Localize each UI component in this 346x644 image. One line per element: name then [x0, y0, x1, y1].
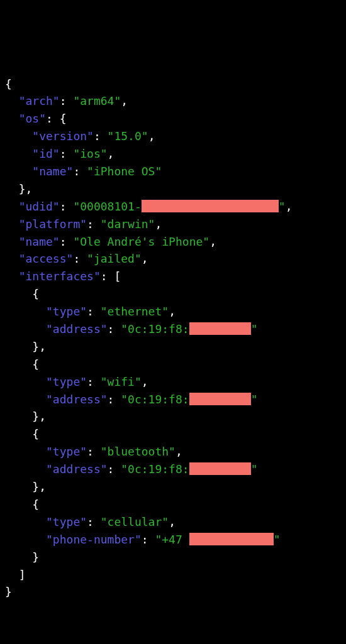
json-code-block: { "arch": "arm64", "os": { "version": "1… — [5, 75, 341, 601]
